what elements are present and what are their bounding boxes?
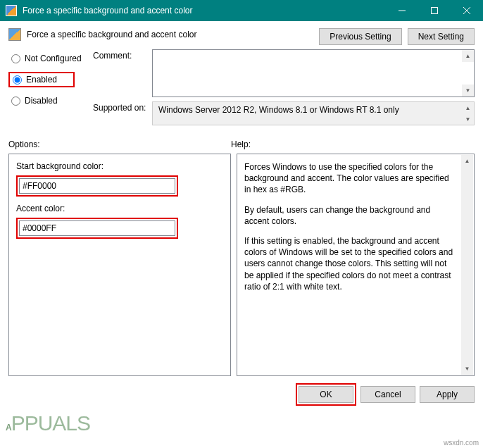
options-panel: Start background color: Accent color:	[8, 154, 231, 376]
radio-not-configured-label: Not Configured	[25, 54, 82, 63]
help-paragraph-3: If this setting is enabled, the backgrou…	[244, 235, 457, 292]
supported-on-box: Windows Server 2012 R2, Windows 8.1 or W…	[152, 101, 475, 125]
minimize-button[interactable]	[386, 0, 418, 21]
scroll-down-icon[interactable]: ▼	[462, 85, 474, 97]
next-setting-button[interactable]: Next Setting	[408, 28, 475, 45]
scroll-up-icon[interactable]: ▲	[462, 50, 474, 62]
close-button[interactable]	[451, 0, 483, 21]
help-panel: Forces Windows to use the specified colo…	[237, 154, 475, 376]
radio-not-configured[interactable]: Not Configured	[8, 52, 93, 65]
help-paragraph-2: By default, users can change the backgro…	[244, 204, 457, 227]
policy-icon	[8, 28, 21, 41]
radio-disabled[interactable]: Disabled	[8, 94, 93, 107]
ok-button[interactable]: OK	[299, 386, 353, 403]
titlebar: Force a specific background and accent c…	[0, 0, 483, 21]
radio-not-configured-input[interactable]	[11, 54, 20, 63]
radio-enabled[interactable]: Enabled	[8, 72, 75, 87]
supported-on-value: Windows Server 2012 R2, Windows 8.1 or W…	[158, 105, 399, 115]
app-icon	[6, 5, 17, 16]
help-scrollbar[interactable]: ▲ ▼	[461, 155, 473, 375]
scroll-down-icon[interactable]: ▼	[461, 363, 473, 375]
window-title: Force a specific background and accent c…	[23, 6, 386, 15]
comment-textarea[interactable]: ▲ ▼	[152, 49, 475, 97]
accent-color-label: Accent color:	[16, 204, 223, 213]
radio-enabled-label: Enabled	[26, 75, 57, 85]
accent-color-input[interactable]	[19, 220, 175, 236]
watermark-logo: APPUALS	[6, 411, 90, 435]
scroll-up-icon[interactable]: ▲	[461, 155, 473, 167]
radio-disabled-input[interactable]	[11, 97, 20, 106]
svg-rect-1	[432, 8, 438, 14]
maximize-button[interactable]	[418, 0, 451, 21]
radio-enabled-input[interactable]	[13, 75, 22, 85]
help-paragraph-1: Forces Windows to use the specified colo…	[244, 161, 457, 196]
apply-button[interactable]: Apply	[420, 386, 475, 403]
background-color-label: Start background color:	[16, 161, 223, 171]
supported-label: Supported on:	[93, 101, 152, 125]
policy-title: Force a specific background and accent c…	[27, 30, 196, 39]
options-section-label: Options:	[8, 139, 231, 149]
cancel-button[interactable]: Cancel	[360, 386, 415, 403]
background-color-input[interactable]	[19, 178, 175, 194]
radio-disabled-label: Disabled	[25, 96, 58, 106]
help-section-label: Help:	[231, 139, 251, 149]
source-watermark: wsxdn.com	[444, 439, 479, 447]
previous-setting-button[interactable]: Previous Setting	[319, 28, 401, 45]
comment-label: Comment:	[93, 49, 152, 97]
scroll-down-icon[interactable]: ▼	[462, 113, 474, 125]
scroll-up-icon[interactable]: ▲	[462, 102, 474, 113]
